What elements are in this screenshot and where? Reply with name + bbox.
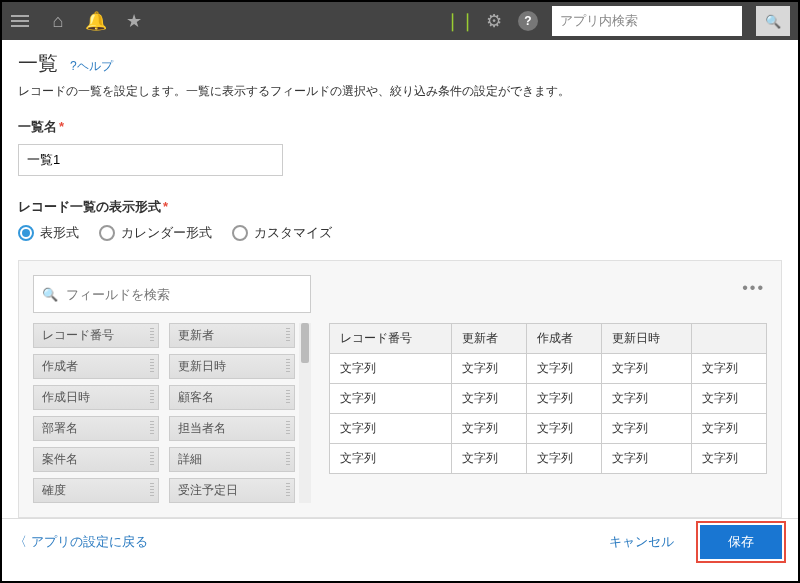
field-chip[interactable]: 確度 [33, 478, 159, 503]
leaf-icon[interactable]: ❘❘ [450, 11, 470, 31]
table-cell: 文字列 [692, 384, 767, 414]
page-title: 一覧 [18, 50, 58, 77]
field-chip[interactable]: 部署名 [33, 416, 159, 441]
radio-icon [18, 225, 34, 241]
table-cell: 文字列 [452, 444, 527, 474]
field-chip[interactable]: 更新者 [169, 323, 295, 348]
more-icon[interactable]: ••• [742, 279, 765, 297]
cancel-button[interactable]: キャンセル [597, 525, 686, 559]
field-chip[interactable]: 顧客名 [169, 385, 295, 410]
table-header: 更新者 [452, 324, 527, 354]
table-header: 作成者 [526, 324, 601, 354]
table-row: 文字列文字列文字列文字列文字列 [330, 414, 767, 444]
field-chip[interactable]: 作成者 [33, 354, 159, 379]
table-cell: 文字列 [601, 354, 692, 384]
table-cell: 文字列 [452, 354, 527, 384]
table-cell: 文字列 [452, 384, 527, 414]
field-chip[interactable]: レコード番号 [33, 323, 159, 348]
display-format-label: レコード一覧の表示形式* [18, 198, 782, 216]
global-search-input[interactable]: アプリ内検索 [552, 6, 742, 36]
field-chip[interactable]: 受注予定日 [169, 478, 295, 503]
home-icon[interactable]: ⌂ [48, 11, 68, 31]
gear-icon[interactable]: ⚙ [484, 11, 504, 31]
table-cell: 文字列 [330, 414, 452, 444]
star-icon[interactable]: ★ [124, 11, 144, 31]
bell-icon[interactable]: 🔔 [86, 11, 106, 31]
table-cell: 文字列 [601, 384, 692, 414]
radio-icon [99, 225, 115, 241]
table-cell: 文字列 [526, 384, 601, 414]
table-cell: 文字列 [692, 354, 767, 384]
table-row: 文字列文字列文字列文字列文字列 [330, 384, 767, 414]
table-cell: 文字列 [526, 414, 601, 444]
table-header: 更新日時 [601, 324, 692, 354]
chevron-left-icon: 〈 [14, 533, 27, 551]
field-chip[interactable]: 案件名 [33, 447, 159, 472]
search-placeholder: アプリ内検索 [560, 12, 638, 30]
radio-label: カレンダー形式 [121, 224, 212, 242]
list-name-input[interactable] [18, 144, 283, 176]
help-icon[interactable]: ? [518, 11, 538, 31]
table-row: 文字列文字列文字列文字列文字列 [330, 444, 767, 474]
radio-label: 表形式 [40, 224, 79, 242]
save-button[interactable]: 保存 [700, 525, 782, 559]
table-cell: 文字列 [601, 414, 692, 444]
search-icon: 🔍 [765, 14, 781, 29]
search-icon: 🔍 [42, 287, 58, 302]
field-list-scrollbar[interactable] [299, 323, 311, 503]
table-row: 文字列文字列文字列文字列文字列 [330, 354, 767, 384]
field-search-input[interactable]: 🔍 [33, 275, 311, 313]
table-header [692, 324, 767, 354]
radio-label: カスタマイズ [254, 224, 332, 242]
list-name-label: 一覧名* [18, 118, 782, 136]
table-cell: 文字列 [692, 444, 767, 474]
page-description: レコードの一覧を設定します。一覧に表示するフィールドの選択や、絞り込み条件の設定… [18, 83, 782, 100]
table-cell: 文字列 [526, 354, 601, 384]
table-cell: 文字列 [601, 444, 692, 474]
back-to-settings-link[interactable]: 〈 アプリの設定に戻る [14, 533, 148, 551]
table-cell: 文字列 [526, 444, 601, 474]
table-cell: 文字列 [692, 414, 767, 444]
display-format-radio[interactable]: カスタマイズ [232, 224, 332, 242]
menu-icon[interactable] [10, 11, 30, 31]
field-chip[interactable]: 担当者名 [169, 416, 295, 441]
table-cell: 文字列 [452, 414, 527, 444]
preview-table: レコード番号更新者作成者更新日時 文字列文字列文字列文字列文字列文字列文字列文字… [329, 323, 767, 474]
radio-icon [232, 225, 248, 241]
table-header: レコード番号 [330, 324, 452, 354]
display-format-radio[interactable]: カレンダー形式 [99, 224, 212, 242]
global-search-button[interactable]: 🔍 [756, 6, 790, 36]
table-cell: 文字列 [330, 384, 452, 414]
field-chip[interactable]: 作成日時 [33, 385, 159, 410]
field-chip[interactable]: 詳細 [169, 447, 295, 472]
help-link[interactable]: ?ヘルプ [70, 58, 113, 75]
table-cell: 文字列 [330, 354, 452, 384]
display-format-radio[interactable]: 表形式 [18, 224, 79, 242]
field-chip[interactable]: 更新日時 [169, 354, 295, 379]
table-cell: 文字列 [330, 444, 452, 474]
